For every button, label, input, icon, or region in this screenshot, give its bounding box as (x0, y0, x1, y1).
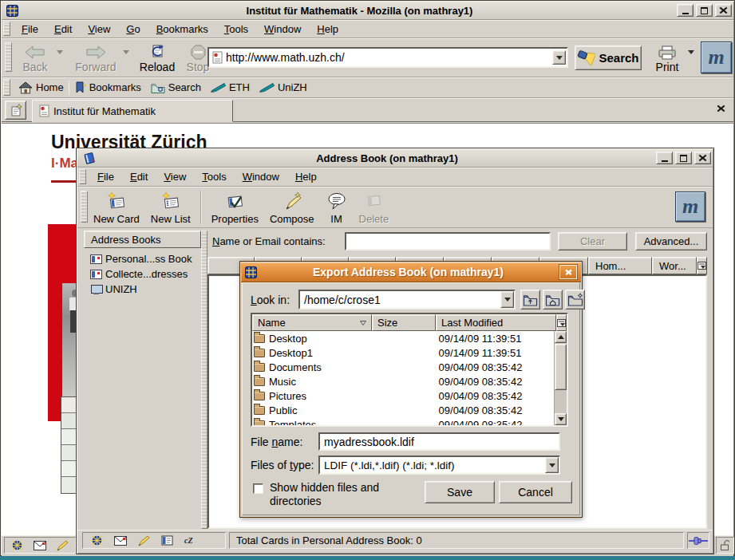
ab-close-button[interactable] (694, 152, 711, 164)
personal-item-home[interactable]: Home (14, 80, 69, 96)
ab-menu-help[interactable]: Help (287, 168, 325, 185)
reload-button[interactable]: Reload (136, 40, 179, 75)
personal-item-bookmarks[interactable]: Bookmarks (69, 80, 146, 96)
url-input[interactable] (226, 51, 549, 64)
name-email-search-input[interactable] (345, 232, 551, 250)
up-directory-button[interactable] (520, 290, 540, 310)
menubar-grippy[interactable] (3, 22, 10, 36)
ab-menu-edit[interactable]: Edit (122, 168, 156, 185)
advanced-search-button[interactable]: Advanced... (635, 232, 707, 250)
forward-button[interactable]: Forward (70, 40, 121, 75)
ab-minimize-button[interactable] (656, 152, 673, 164)
sidebar-item-unizh[interactable]: UNIZH (84, 282, 201, 297)
look-in-dropdown[interactable] (500, 291, 514, 308)
maximize-button[interactable] (696, 4, 713, 17)
tab-list-icon[interactable] (5, 101, 26, 120)
column-header-home[interactable]: Hom... (588, 257, 652, 274)
print-button[interactable]: Print (650, 40, 685, 75)
ab-menu-view[interactable]: View (156, 168, 194, 185)
search-button[interactable]: Search (575, 45, 642, 70)
menu-go[interactable]: Go (118, 21, 148, 37)
address-books-header[interactable]: Address Books (84, 231, 201, 248)
ab-mozilla-logo[interactable]: m (675, 191, 705, 222)
security-indicator[interactable] (716, 537, 734, 554)
scroll-down-button[interactable] (555, 413, 567, 425)
menu-window[interactable]: Window (256, 21, 309, 37)
panel-splitter[interactable] (201, 231, 207, 529)
file-row[interactable]: Templates09/04/09 08:35:42 (252, 417, 554, 425)
file-row[interactable]: Music09/04/09 08:35:42 (252, 374, 554, 388)
navigator-icon[interactable] (91, 534, 103, 546)
personal-toolbar-grippy[interactable] (3, 79, 10, 96)
nav-toolbar-grippy[interactable] (5, 42, 12, 72)
column-picker-button[interactable] (697, 257, 707, 274)
file-row[interactable]: Pictures09/04/09 08:35:42 (252, 388, 554, 403)
file-column-modified[interactable]: Last Modified (436, 314, 556, 331)
scroll-up-button[interactable] (555, 331, 567, 343)
save-button[interactable]: Save (425, 481, 495, 503)
print-dropdown[interactable] (688, 54, 694, 66)
ab-menu-tools[interactable]: Tools (194, 168, 234, 185)
file-column-picker[interactable] (556, 314, 567, 331)
mail-icon[interactable] (114, 536, 127, 546)
file-name-input[interactable] (318, 432, 560, 451)
minimize-button[interactable] (677, 4, 694, 17)
new-list-button[interactable]: New List (145, 188, 196, 227)
new-folder-button[interactable] (565, 290, 585, 310)
ab-toolbar-grippy[interactable] (81, 191, 88, 223)
mozilla-logo[interactable]: m (701, 41, 732, 73)
ab-menubar-grippy[interactable] (79, 169, 86, 184)
composer-icon[interactable] (138, 535, 150, 546)
back-button[interactable]: Back (14, 40, 56, 75)
close-button[interactable] (715, 4, 732, 17)
personal-item-eth[interactable]: ETH (206, 80, 255, 95)
ab-menu-window[interactable]: Window (235, 168, 287, 185)
file-list-scrollbar[interactable] (554, 331, 567, 425)
browser-titlebar[interactable]: Institut für Mathematik - Mozilla (on ma… (2, 2, 733, 20)
navigator-icon[interactable] (11, 539, 23, 551)
new-card-button[interactable]: New Card (88, 188, 145, 227)
export-dialog-titlebar[interactable]: Export Address Book (on mathray1) (241, 262, 581, 282)
menu-bookmarks[interactable]: Bookmarks (148, 21, 216, 37)
file-column-name[interactable]: Name (252, 314, 372, 331)
files-of-type-combobox[interactable]: LDIF (*.ldi,*.ldif) (*.ldi; *.ldif) (318, 455, 560, 475)
file-row[interactable]: Desktop109/14/09 11:39:51 (252, 345, 554, 360)
clear-search-button[interactable]: Clear (558, 232, 627, 250)
compose-button[interactable]: Compose (264, 188, 320, 227)
im-button[interactable]: IM (320, 188, 354, 227)
sidebar-item-personal[interactable]: Personal...ss Book (84, 251, 201, 266)
sidebar-item-collected[interactable]: Collecte...dresses (84, 266, 201, 282)
export-dialog-close-button[interactable] (559, 265, 577, 279)
tab-institut[interactable]: Institut für Mathematik (32, 100, 233, 122)
show-hidden-checkbox[interactable] (253, 483, 263, 494)
properties-button[interactable]: Properties (206, 188, 264, 227)
composer-icon[interactable] (57, 540, 69, 551)
address-book-titlebar[interactable]: Address Book (on mathray1) (77, 149, 713, 168)
column-header-work[interactable]: Wor... (652, 257, 697, 274)
menu-tools[interactable]: Tools (216, 21, 256, 37)
menu-edit[interactable]: Edit (46, 21, 80, 37)
file-column-size[interactable]: Size (372, 314, 436, 331)
url-dropdown[interactable] (552, 50, 566, 65)
file-row[interactable]: Documents09/04/09 08:35:42 (252, 360, 554, 374)
file-row[interactable]: Desktop09/14/09 11:39:51 (252, 331, 554, 345)
menu-view[interactable]: View (80, 21, 118, 37)
address-book-component-icon[interactable] (161, 535, 173, 546)
chatzilla-icon[interactable]: cZ (184, 536, 193, 545)
personal-item-search[interactable]: Search (146, 80, 206, 95)
ab-online-indicator[interactable] (687, 532, 709, 549)
look-in-combobox[interactable]: /home/c/crose1 (298, 290, 516, 310)
ab-maximize-button[interactable] (675, 152, 692, 164)
menu-file[interactable]: File (14, 21, 46, 37)
personal-item-unizh[interactable]: UniZH (255, 80, 312, 95)
file-row[interactable]: Public09/04/09 08:35:42 (252, 403, 554, 417)
ab-menu-file[interactable]: File (89, 168, 122, 185)
forward-dropdown[interactable] (123, 54, 129, 66)
mail-icon[interactable] (34, 541, 46, 550)
cancel-button[interactable]: Cancel (499, 481, 572, 503)
menu-help[interactable]: Help (309, 21, 346, 37)
delete-button[interactable]: Delete (354, 188, 395, 227)
scroll-thumb[interactable] (555, 344, 567, 390)
home-directory-button[interactable] (543, 290, 563, 310)
back-dropdown[interactable] (57, 54, 63, 66)
